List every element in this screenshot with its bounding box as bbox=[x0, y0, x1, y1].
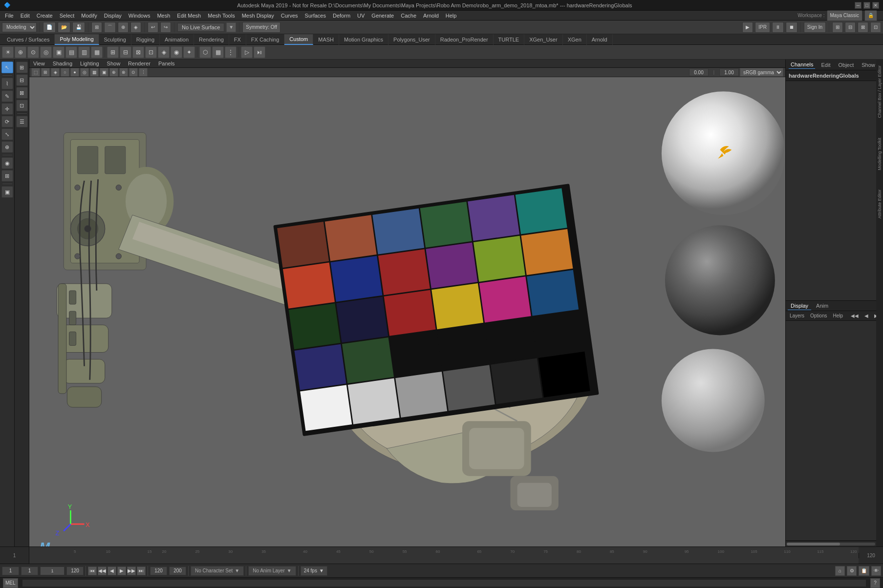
snap-btn-4[interactable]: ⊡ bbox=[16, 100, 28, 111]
snap-btn-3[interactable]: ⊠ bbox=[16, 87, 28, 99]
menu-uv[interactable]: UV bbox=[354, 12, 367, 20]
undo-btn[interactable]: ↩ bbox=[148, 22, 158, 33]
vc-input-scale[interactable] bbox=[719, 68, 739, 76]
tab-rigging[interactable]: Rigging bbox=[131, 34, 160, 45]
frame-indicator[interactable]: 1 bbox=[40, 567, 65, 575]
scale-tool-btn[interactable]: ⤡ bbox=[1, 128, 13, 140]
menu-arnold[interactable]: Arnold bbox=[420, 12, 442, 20]
viewport-menu-shading[interactable]: Shading bbox=[51, 60, 74, 67]
tool-icon-4[interactable]: ◎ bbox=[40, 46, 52, 58]
range-start-input[interactable] bbox=[2, 567, 19, 575]
tab-fx-caching[interactable]: FX Caching bbox=[246, 34, 284, 45]
tab-curves-surfaces[interactable]: Curves / Surfaces bbox=[2, 34, 55, 45]
timeline-wrapper[interactable]: 5 10 15 20 25 30 35 40 45 50 55 60 65 70… bbox=[29, 547, 859, 564]
close-button[interactable]: ✕ bbox=[872, 2, 879, 9]
menu-mesh-tools[interactable]: Mesh Tools bbox=[205, 12, 237, 20]
snap-grid-btn[interactable]: ⊞ bbox=[91, 22, 102, 33]
tool-icon-14[interactable]: ◉ bbox=[171, 46, 182, 58]
side-tab-channel-box[interactable]: Channel Box / Layer Editor bbox=[877, 62, 883, 122]
tool-icon-5[interactable]: ▣ bbox=[53, 46, 65, 58]
tab-motion-graphics[interactable]: Motion Graphics bbox=[339, 34, 388, 45]
current-frame-input[interactable] bbox=[21, 567, 38, 575]
snap-curve-btn[interactable]: ⌒ bbox=[104, 22, 116, 33]
menu-curves[interactable]: Curves bbox=[278, 12, 301, 20]
tab-radeon[interactable]: Radeon_ProRender bbox=[435, 34, 494, 45]
rp-tab-display[interactable]: Display bbox=[788, 302, 811, 310]
anim-end2-input[interactable] bbox=[169, 567, 186, 575]
side-tab-attribute[interactable]: Attribute Editor bbox=[877, 186, 883, 223]
region-select-btn[interactable]: ▣ bbox=[1, 186, 13, 198]
pb-step-back[interactable]: ◀◀ bbox=[98, 567, 107, 575]
vc-btn-5[interactable]: ● bbox=[70, 68, 79, 77]
ipr-btn[interactable]: IPR bbox=[755, 22, 770, 33]
help-btn[interactable]: Help bbox=[831, 313, 845, 319]
tool-icon-3[interactable]: ⊙ bbox=[27, 46, 39, 58]
side-tab-modelling[interactable]: Modelling Toolkit bbox=[877, 134, 883, 174]
tool-icon-17[interactable]: ▦ bbox=[212, 46, 224, 58]
vc-btn-8[interactable]: ▣ bbox=[100, 68, 108, 77]
layers-nav-1[interactable]: ◀◀ bbox=[849, 313, 861, 319]
lasso-tool-btn[interactable]: ⌇ bbox=[1, 78, 13, 89]
tab-xgen[interactable]: XGen bbox=[563, 34, 587, 45]
char-set-btn[interactable]: No Character Set ▼ bbox=[191, 566, 244, 576]
tool-icon-12[interactable]: ⊡ bbox=[145, 46, 157, 58]
menu-modify[interactable]: Modify bbox=[78, 12, 100, 20]
show-manipulator-btn[interactable]: ⊞ bbox=[1, 170, 13, 182]
rph-edit[interactable]: Edit bbox=[819, 61, 832, 69]
viewport-menu-lighting[interactable]: Lighting bbox=[78, 60, 101, 67]
menu-windows[interactable]: Windows bbox=[126, 12, 153, 20]
scene-area[interactable]: X Y Z persp M bbox=[29, 77, 785, 546]
save-file-btn[interactable]: 💾 bbox=[72, 22, 85, 33]
rotate-tool-btn[interactable]: ⟳ bbox=[1, 116, 13, 127]
tool-icon-18[interactable]: ⋮ bbox=[225, 46, 237, 58]
vc-btn-3[interactable]: ◈ bbox=[51, 68, 60, 77]
vc-btn-6[interactable]: ◎ bbox=[80, 68, 89, 77]
vc-input-value[interactable] bbox=[689, 68, 709, 76]
tool-icon-9[interactable]: ⊞ bbox=[107, 46, 119, 58]
grid-btn3[interactable]: ⊠ bbox=[858, 22, 868, 33]
tool-icon-11[interactable]: ⊠ bbox=[132, 46, 144, 58]
rph-show[interactable]: Show bbox=[860, 61, 877, 69]
soft-select-btn[interactable]: ◉ bbox=[1, 157, 13, 169]
tab-turtle[interactable]: TURTLE bbox=[494, 34, 525, 45]
scrollbar-track[interactable] bbox=[787, 543, 875, 546]
workspace-lock[interactable]: 🔒 bbox=[864, 10, 877, 21]
status-help-btn[interactable]: ? bbox=[870, 578, 880, 588]
tab-arnold[interactable]: Arnold bbox=[587, 34, 613, 45]
bc-view-btn[interactable]: 👁 bbox=[871, 566, 881, 576]
rph-channels[interactable]: Channels bbox=[789, 61, 815, 69]
vc-btn-1[interactable]: ⬚ bbox=[31, 68, 40, 77]
menu-deform[interactable]: Deform bbox=[330, 12, 353, 20]
snap-point-btn[interactable]: ⊕ bbox=[118, 22, 129, 33]
move-tool-btn[interactable]: ✛ bbox=[1, 103, 13, 115]
paint-tool-btn[interactable]: ✎ bbox=[1, 90, 13, 102]
vc-btn-10[interactable]: ⊗ bbox=[119, 68, 128, 77]
menu-display[interactable]: Display bbox=[101, 12, 125, 20]
mode-select[interactable]: Modeling bbox=[2, 22, 37, 32]
grid-btn2[interactable]: ⊟ bbox=[845, 22, 856, 33]
viewport-menu-view[interactable]: View bbox=[31, 60, 47, 67]
mel-python-toggle[interactable]: MEL bbox=[3, 578, 18, 588]
viewport-menu-renderer[interactable]: Renderer bbox=[126, 60, 152, 67]
menu-edit-mesh[interactable]: Edit Mesh bbox=[174, 12, 204, 20]
rp-tab-anim[interactable]: Anim bbox=[813, 302, 831, 310]
vc-btn-7[interactable]: ▦ bbox=[90, 68, 99, 77]
viewport-menu-show[interactable]: Show bbox=[105, 60, 123, 67]
tab-custom[interactable]: Custom bbox=[284, 34, 313, 45]
tool-icon-6[interactable]: ▤ bbox=[65, 46, 77, 58]
tab-sculpting[interactable]: Sculpting bbox=[99, 34, 131, 45]
menu-edit[interactable]: Edit bbox=[18, 12, 33, 20]
tab-mash[interactable]: MASH bbox=[313, 34, 339, 45]
tab-animation[interactable]: Animation bbox=[160, 34, 194, 45]
menu-surfaces[interactable]: Surfaces bbox=[302, 12, 329, 20]
tool-icon-7[interactable]: ▥ bbox=[78, 46, 90, 58]
snap-surface-btn[interactable]: ◈ bbox=[130, 22, 141, 33]
tab-polygons-user[interactable]: Polygons_User bbox=[388, 34, 435, 45]
scrollbar-thumb[interactable] bbox=[787, 543, 840, 546]
pb-play[interactable]: ▶ bbox=[117, 567, 126, 575]
pb-forward[interactable]: ▶▶ bbox=[127, 567, 136, 575]
tab-poly-modeling[interactable]: Poly Modeling bbox=[55, 34, 99, 45]
menu-help[interactable]: Help bbox=[443, 12, 460, 20]
bc-timeline-btn[interactable]: 📋 bbox=[859, 566, 869, 576]
layers-scrollbar[interactable] bbox=[786, 541, 876, 546]
